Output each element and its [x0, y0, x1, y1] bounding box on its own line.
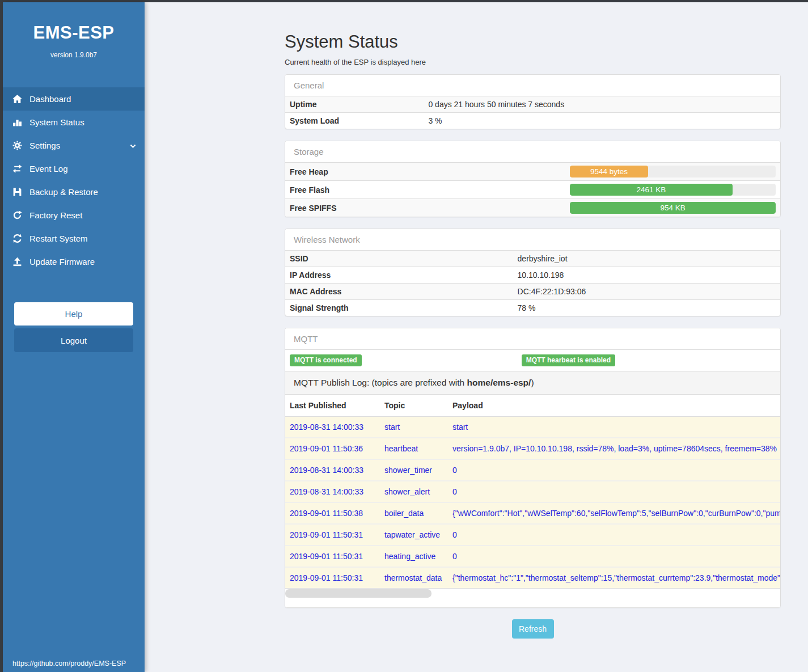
- mqtt-panel: MQTT MQTT is connectedMQTT hearbeat is e…: [285, 328, 781, 608]
- storage-panel: Storage Free Heap9544 bytesFree Flash246…: [285, 141, 781, 217]
- chevron-down-icon: [129, 142, 137, 151]
- rotate-right-icon: [12, 210, 22, 220]
- sidebar-item-label: Update Firmware: [29, 257, 95, 267]
- topic-cell: start: [380, 417, 448, 438]
- sidebar-item-update-firmware[interactable]: Update Firmware: [3, 250, 145, 273]
- sidebar-item-factory-reset[interactable]: Factory Reset: [3, 204, 145, 227]
- row-label: Uptime: [285, 96, 424, 113]
- main-content: System Status Current health of the ESP …: [145, 2, 808, 672]
- page-title: System Status: [285, 32, 781, 52]
- payload-cell: 0: [448, 524, 780, 546]
- github-link[interactable]: https://github.com/proddy/EMS-ESP: [12, 660, 126, 667]
- sidebar: EMS-ESP version 1.9.0b7 DashboardSystem …: [3, 2, 145, 672]
- mqtt-panel-title: MQTT: [285, 328, 780, 350]
- progress-bar: 9544 bytes: [570, 166, 776, 177]
- help-button[interactable]: Help: [14, 302, 133, 326]
- wireless-panel-title: Wireless Network: [285, 229, 780, 251]
- sidebar-item-system-status[interactable]: System Status: [3, 111, 145, 134]
- logout-button[interactable]: Logout: [14, 328, 133, 352]
- topic-cell: tapwater_active: [380, 524, 448, 546]
- mqtt-log-row: 2019-09-01 11:50:31thermostat_data{"ther…: [285, 567, 780, 588]
- mqtt-log-title-suffix: ): [531, 378, 534, 387]
- table-row: Free SPIFFS954 KB: [285, 199, 780, 217]
- payload-cell: 0: [448, 546, 780, 567]
- refresh-button[interactable]: Refresh: [512, 619, 554, 639]
- table-row: Uptime0 days 21 hours 50 minutes 7 secon…: [285, 96, 780, 113]
- row-value: 2461 KB: [565, 181, 780, 199]
- sidebar-item-restart-system[interactable]: Restart System: [3, 227, 145, 250]
- mqtt-topic-prefix: home/ems-esp/: [467, 378, 531, 387]
- table-row: Signal Strength78 %: [285, 300, 780, 316]
- mqtt-log-row: 2019-08-31 14:00:33shower_alert0: [285, 481, 780, 502]
- horizontal-scrollbar[interactable]: [285, 589, 780, 598]
- home-icon: [12, 94, 22, 104]
- published-cell: 2019-08-31 14:00:33: [285, 481, 380, 502]
- published-cell: 2019-09-01 11:50:38: [285, 502, 380, 524]
- panel-bottom-spacer: [285, 598, 780, 607]
- sidebar-item-label: Dashboard: [29, 94, 71, 104]
- topic-cell: shower_alert: [380, 481, 448, 502]
- progress-bar: 954 KB: [570, 202, 776, 214]
- mqtt-log-row: 2019-09-01 11:50:36heartbeatversion=1.9.…: [285, 438, 780, 459]
- save-icon: [12, 187, 22, 197]
- mqtt-log-row: 2019-08-31 14:00:33shower_timer0: [285, 459, 780, 481]
- sidebar-item-backup-restore[interactable]: Backup & Restore: [3, 180, 145, 204]
- mqtt-status-badges: MQTT is connectedMQTT hearbeat is enable…: [285, 350, 780, 371]
- sidebar-item-dashboard[interactable]: Dashboard: [3, 87, 145, 111]
- column-header: Topic: [380, 395, 448, 417]
- mqtt-log-title-text: MQTT Publish Log: (topics are prefixed w…: [294, 378, 467, 387]
- mqtt-log-row: 2019-09-01 11:50:31heating_active0: [285, 546, 780, 567]
- exchange-icon: [12, 164, 22, 174]
- row-label: Free SPIFFS: [285, 199, 565, 217]
- status-badge: MQTT hearbeat is enabled: [522, 354, 615, 366]
- topic-cell: heating_active: [380, 546, 448, 567]
- published-cell: 2019-09-01 11:50:36: [285, 438, 380, 459]
- refresh-icon: [12, 234, 22, 243]
- sidebar-item-label: System Status: [29, 117, 84, 127]
- row-label: Free Heap: [285, 163, 565, 181]
- progress-fill: 2461 KB: [570, 184, 733, 196]
- row-value: 78 %: [513, 300, 780, 316]
- mqtt-log-row: 2019-09-01 11:50:38boiler_data{"wWComfor…: [285, 502, 780, 524]
- app-title: EMS-ESP: [3, 23, 145, 43]
- row-value: derbyshire_iot: [513, 251, 780, 267]
- payload-cell: {"thermostat_hc":"1","thermostat_seltemp…: [448, 567, 780, 588]
- published-cell: 2019-09-01 11:50:31: [285, 567, 380, 588]
- row-label: IP Address: [285, 267, 513, 284]
- browser-frame: EMS-ESP version 1.9.0b7 DashboardSystem …: [3, 2, 808, 672]
- table-row: IP Address10.10.10.198: [285, 267, 780, 284]
- table-row: System Load3 %: [285, 113, 780, 129]
- topic-cell: thermostat_data: [380, 567, 448, 588]
- row-value: 9544 bytes: [565, 163, 780, 181]
- mqtt-publish-log-title: MQTT Publish Log: (topics are prefixed w…: [285, 371, 780, 395]
- column-header: Last Published: [285, 395, 380, 417]
- table-row: Free Heap9544 bytes: [285, 163, 780, 181]
- sidebar-item-label: Restart System: [29, 234, 88, 243]
- wireless-panel: Wireless Network SSIDderbyshire_iotIP Ad…: [285, 229, 781, 316]
- bar-chart-icon: [12, 117, 22, 127]
- payload-cell: 0: [448, 481, 780, 502]
- app-version: version 1.9.0b7: [3, 51, 145, 59]
- sidebar-item-settings[interactable]: Settings: [3, 134, 145, 157]
- payload-cell: {"wWComfort":"Hot","wWSelTemp":60,"selFl…: [448, 502, 780, 524]
- page-subtitle: Current health of the ESP is displayed h…: [285, 58, 781, 66]
- table-row: Free Flash2461 KB: [285, 181, 780, 199]
- status-badge: MQTT is connected: [290, 354, 362, 366]
- general-panel-title: General: [285, 75, 780, 96]
- sidebar-item-event-log[interactable]: Event Log: [3, 157, 145, 180]
- progress-fill: 9544 bytes: [570, 166, 648, 177]
- row-label: System Load: [285, 113, 424, 129]
- gear-icon: [12, 141, 22, 150]
- scrollbar-thumb[interactable]: [285, 589, 432, 598]
- progress-bar: 2461 KB: [570, 184, 776, 196]
- published-cell: 2019-08-31 14:00:33: [285, 459, 380, 481]
- sidebar-item-label: Factory Reset: [29, 210, 82, 220]
- column-header: Payload: [448, 395, 780, 417]
- sidebar-item-label: Backup & Restore: [29, 187, 98, 197]
- topic-cell: shower_timer: [380, 459, 448, 481]
- row-label: Signal Strength: [285, 300, 513, 316]
- row-value: DC:4F:22:1D:93:06: [513, 284, 780, 300]
- row-value: 3 %: [424, 113, 780, 129]
- payload-cell: 0: [448, 459, 780, 481]
- general-panel: General Uptime0 days 21 hours 50 minutes…: [285, 74, 781, 129]
